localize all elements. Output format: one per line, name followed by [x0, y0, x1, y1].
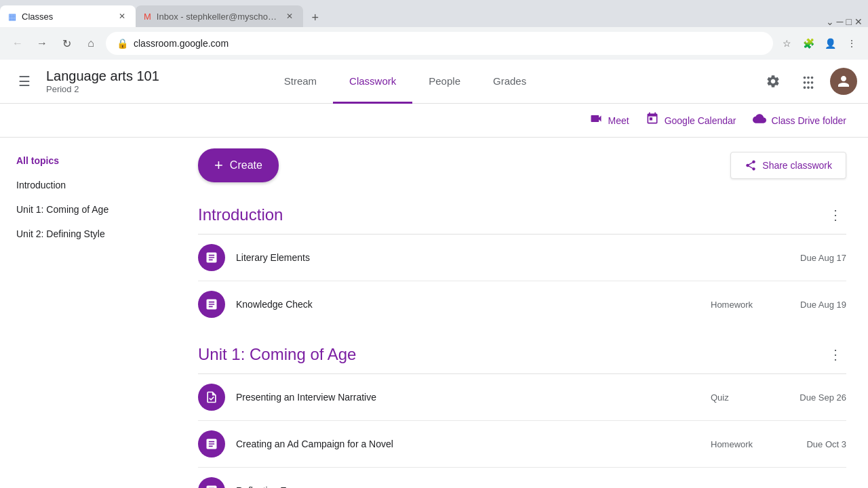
assignment-literary-elements: Literary Elements Due Aug 17 — [198, 235, 846, 281]
address-bar[interactable]: 🔒 classroom.google.com — [106, 32, 773, 55]
back-button[interactable]: ← — [8, 34, 27, 53]
tab-gmail-label: Inbox - stephkeller@myschool.edu — [157, 12, 279, 22]
topic-introduction-menu[interactable]: ⋮ — [825, 204, 846, 226]
calendar-icon — [646, 112, 659, 129]
assignment-name-interview[interactable]: Presenting an Interview Narrative — [236, 392, 711, 403]
calendar-link[interactable]: Google Calendar — [646, 112, 736, 129]
sidebar-item-all-topics[interactable]: All topics — [0, 148, 171, 173]
header-actions — [760, 68, 857, 95]
tab-stream[interactable]: Stream — [268, 60, 333, 104]
action-row: + Create Share classwork — [198, 148, 846, 182]
extension-icon[interactable]: 🧩 — [800, 35, 816, 52]
create-label: Create — [230, 159, 262, 171]
refresh-button[interactable]: ↻ — [57, 34, 76, 53]
drive-icon — [753, 112, 766, 129]
new-tab-button[interactable]: + — [306, 8, 325, 27]
nav-tabs: Stream Classwork People Grades — [268, 60, 542, 103]
sidebar-item-unit1[interactable]: Unit 1: Coming of Age — [0, 197, 171, 222]
period-label: Period 2 — [46, 84, 159, 94]
assignment-due-literary-elements: Due Aug 17 — [778, 253, 846, 263]
sidebar-item-unit2[interactable]: Unit 2: Defining Style — [0, 222, 171, 246]
browser-chrome: ▦ Classes ✕ M Inbox - stephkeller@myscho… — [0, 0, 868, 60]
assignment-name-reflective-essay[interactable]: Reflective Essay — [236, 485, 711, 488]
topic-unit1-menu[interactable]: ⋮ — [825, 344, 846, 365]
assignment-reflective-essay: Reflective Essay Homework Due Oct 15 — [198, 468, 846, 488]
classes-favicon: ▦ — [8, 12, 16, 22]
profile-icon[interactable]: 👤 — [822, 35, 838, 52]
meet-link[interactable]: Meet — [589, 112, 629, 129]
topic-unit1-header: Unit 1: Coming of Age ⋮ — [198, 338, 846, 374]
app: ☰ Language arts 101 Period 2 Stream Clas… — [0, 60, 868, 488]
bookmark-icon[interactable]: ☆ — [778, 35, 795, 52]
address-text: classroom.google.com — [134, 38, 229, 49]
sidebar-item-introduction[interactable]: Introduction — [0, 173, 171, 197]
tab-gmail[interactable]: M Inbox - stephkeller@myschool.edu ✕ — [136, 5, 303, 27]
assignment-due-ad-campaign: Due Oct 3 — [778, 439, 846, 449]
drive-label: Class Drive folder — [772, 115, 846, 126]
share-classwork-button[interactable]: Share classwork — [730, 152, 846, 179]
home-button[interactable]: ⌂ — [81, 34, 100, 53]
avatar[interactable] — [830, 68, 857, 95]
tab-grades[interactable]: Grades — [477, 60, 542, 104]
topic-introduction-header: Introduction ⋮ — [198, 199, 846, 235]
assignment-ad-campaign: Creating an Ad Campaign for a Novel Home… — [198, 421, 846, 468]
assignment-due-knowledge-check: Due Aug 19 — [778, 300, 846, 310]
lock-icon: 🔒 — [117, 38, 128, 49]
plus-icon: + — [214, 157, 223, 174]
assignment-name-literary-elements[interactable]: Literary Elements — [236, 252, 711, 263]
app-header: ☰ Language arts 101 Period 2 Stream Clas… — [0, 60, 868, 104]
tab-classes-label: Classes — [22, 12, 53, 22]
main-content: + Create Share classwork Introduction ⋮ — [176, 138, 868, 488]
calendar-label: Google Calendar — [665, 115, 736, 126]
drive-link[interactable]: Class Drive folder — [753, 112, 846, 129]
assignment-icon-reflective-essay — [198, 477, 225, 488]
assignment-icon-interview — [198, 384, 225, 411]
topic-unit1-title: Unit 1: Coming of Age — [198, 345, 356, 364]
tab-classes-close[interactable]: ✕ — [117, 11, 127, 22]
assignment-interview-narrative: Presenting an Interview Narrative Quiz D… — [198, 374, 846, 421]
assignment-type-ad-campaign: Homework — [711, 439, 778, 449]
share-label: Share classwork — [762, 160, 832, 171]
topic-introduction-title: Introduction — [198, 205, 283, 224]
topic-unit1: Unit 1: Coming of Age ⋮ Presenting an In… — [198, 338, 846, 488]
tab-overflow-icon[interactable]: ⌄ — [826, 16, 834, 27]
assignment-knowledge-check: Knowledge Check Homework Due Aug 19 — [198, 281, 846, 327]
quick-links-bar: Meet Google Calendar Class Drive folder — [0, 104, 868, 138]
tab-classes[interactable]: ▦ Classes ✕ — [0, 5, 136, 27]
forward-button[interactable]: → — [33, 34, 52, 53]
tab-overflow-controls: ⌄ ─ □ ✕ — [826, 16, 863, 27]
assignment-icon-ad-campaign — [198, 430, 225, 458]
close-window-icon[interactable]: ✕ — [854, 16, 863, 27]
share-icon — [745, 159, 757, 171]
assignment-icon-knowledge-check — [198, 291, 225, 318]
minimize-icon[interactable]: ─ — [837, 16, 844, 27]
create-button[interactable]: + Create — [198, 148, 279, 182]
assignment-name-knowledge-check[interactable]: Knowledge Check — [236, 299, 711, 310]
maximize-icon[interactable]: □ — [846, 16, 852, 27]
tab-gmail-close[interactable]: ✕ — [284, 11, 295, 22]
gmail-favicon: M — [144, 12, 151, 22]
app-title: Language arts 101 Period 2 — [46, 68, 159, 94]
toolbar-actions: ☆ 🧩 👤 ⋮ — [778, 35, 860, 52]
apps-grid-icon[interactable] — [795, 68, 822, 95]
meet-label: Meet — [608, 115, 629, 126]
assignment-type-reflective-essay: Homework — [711, 486, 778, 489]
assignment-due-interview: Due Sep 26 — [778, 392, 846, 403]
more-icon[interactable]: ⋮ — [844, 35, 860, 52]
tab-classwork[interactable]: Classwork — [333, 60, 412, 104]
topic-introduction: Introduction ⋮ Literary Elements Due Aug… — [198, 199, 846, 327]
class-name: Language arts 101 — [46, 68, 159, 84]
sidebar: All topics Introduction Unit 1: Coming o… — [0, 138, 176, 488]
browser-toolbar: ← → ↻ ⌂ 🔒 classroom.google.com ☆ 🧩 👤 ⋮ — [0, 27, 868, 60]
assignment-type-knowledge-check: Homework — [711, 300, 778, 310]
assignment-due-reflective-essay: Due Oct 15 — [778, 486, 846, 489]
settings-icon[interactable] — [760, 68, 787, 95]
hamburger-menu-icon[interactable]: ☰ — [11, 68, 38, 95]
tab-people[interactable]: People — [412, 60, 477, 104]
tab-bar: ▦ Classes ✕ M Inbox - stephkeller@myscho… — [0, 0, 868, 27]
assignment-name-ad-campaign[interactable]: Creating an Ad Campaign for a Novel — [236, 439, 711, 449]
meet-icon — [589, 112, 603, 129]
content-area: All topics Introduction Unit 1: Coming o… — [0, 138, 868, 488]
assignment-type-interview: Quiz — [711, 392, 778, 403]
assignment-icon-literary-elements — [198, 244, 225, 271]
